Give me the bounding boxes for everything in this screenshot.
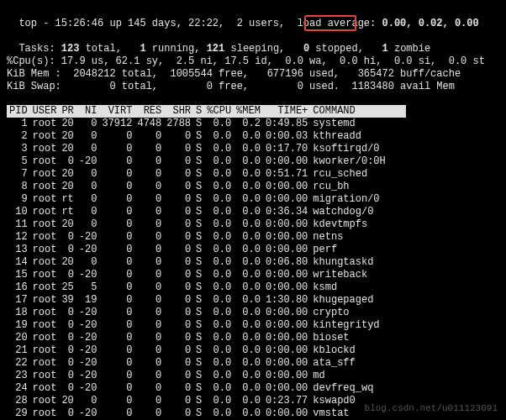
cell-pr: 0 (59, 307, 76, 319)
cell-cmd: writeback (310, 269, 406, 281)
cell-pr: 20 (59, 118, 76, 130)
cell-virt: 0 (99, 294, 134, 307)
cell-cpu: 0.0 (204, 294, 234, 307)
col-virt[interactable]: VIRT (99, 105, 134, 118)
col-cmd[interactable]: COMMAND (310, 105, 406, 118)
table-header-row[interactable]: PID USER PR NI VIRT RES SHR S %CPU %MEM … (7, 105, 406, 118)
cell-mem: 0.0 (234, 307, 263, 319)
cell-user: root (30, 193, 60, 206)
cell-res: 0 (134, 256, 164, 269)
cell-pid: 15 (7, 269, 30, 281)
col-user[interactable]: USER (30, 105, 60, 118)
cell-time: 0:00.00 (263, 307, 310, 319)
cell-virt: 0 (99, 193, 134, 206)
table-row[interactable]: 20root0-20000S0.00.00:00.00bioset (7, 332, 406, 344)
cell-pid: 2 (7, 130, 30, 143)
load-averages: 0.00, 0.02, 0.00 (382, 18, 478, 29)
col-s[interactable]: S (193, 105, 204, 118)
table-row[interactable]: 10rootrt0000S0.00.00:36.34watchdog/0 (7, 206, 406, 218)
cell-res: 0 (134, 143, 164, 155)
cell-time: 0:51.71 (263, 168, 310, 181)
cell-shr: 0 (164, 319, 193, 332)
cell-time: 0:00.00 (263, 193, 310, 206)
cell-pr: 0 (59, 344, 76, 357)
table-row[interactable]: 28root200000S0.00.00:23.77kswapd0 (7, 395, 406, 407)
cell-time: 0:00.00 (263, 244, 310, 256)
col-shr[interactable]: SHR (164, 105, 193, 118)
table-row[interactable]: 24root0-20000S0.00.00:00.00devfreq_wq (7, 382, 406, 395)
cell-shr: 0 (164, 181, 193, 193)
cell-s: S (193, 332, 204, 344)
col-cpu[interactable]: %CPU (204, 105, 234, 118)
table-row[interactable]: 19root0-20000S0.00.00:00.00kintegrityd (7, 319, 406, 332)
table-row[interactable]: 23root0-20000S0.00.00:00.00md (7, 370, 406, 382)
cell-virt: 0 (99, 269, 134, 281)
cell-virt: 0 (99, 155, 134, 168)
cell-time: 0:06.80 (263, 256, 310, 269)
cell-cpu: 0.0 (204, 155, 234, 168)
col-pr[interactable]: PR (59, 105, 76, 118)
table-row[interactable]: 2root200000S0.00.00:00.03kthreadd (7, 130, 406, 143)
cell-cpu: 0.0 (204, 281, 234, 294)
table-row[interactable]: 16root255000S0.00.00:00.00ksmd (7, 281, 406, 294)
cell-s: S (193, 395, 204, 407)
cell-mem: 0.0 (234, 357, 263, 370)
cell-ni: -20 (76, 244, 100, 256)
cell-mem: 0.2 (234, 118, 263, 130)
table-row[interactable]: 13root0-20000S0.00.00:00.00perf (7, 244, 406, 256)
table-row[interactable]: 3root200000S0.00.00:17.70ksoftirqd/0 (7, 143, 406, 155)
cell-shr: 0 (164, 155, 193, 168)
table-row[interactable]: 22root0-20000S0.00.00:00.00ata_sff (7, 357, 406, 370)
cell-pr: 20 (59, 181, 76, 193)
cell-time: 0:49.85 (263, 118, 310, 130)
table-row[interactable]: 17root3919000S0.00.01:30.80khugepaged (7, 294, 406, 307)
cell-mem: 0.0 (234, 244, 263, 256)
cell-user: root (30, 130, 60, 143)
col-mem[interactable]: %MEM (234, 105, 263, 118)
cell-shr: 0 (164, 244, 193, 256)
table-row[interactable]: 15root0-20000S0.00.00:00.00writeback (7, 269, 406, 281)
table-row[interactable]: 8root200000S0.00.00:00.00rcu_bh (7, 181, 406, 193)
process-table: PID USER PR NI VIRT RES SHR S %CPU %MEM … (7, 105, 406, 420)
col-ni[interactable]: NI (76, 105, 100, 118)
cell-user: root (30, 143, 60, 155)
col-time[interactable]: TIME+ (263, 105, 310, 118)
cell-cmd: khungtaskd (310, 256, 406, 269)
table-row[interactable]: 14root200000S0.00.00:06.80khungtaskd (7, 256, 406, 269)
cell-mem: 0.0 (234, 143, 263, 155)
col-res[interactable]: RES (134, 105, 164, 118)
table-row[interactable]: 11root200000S0.00.00:00.00kdevtmpfs (7, 218, 406, 231)
cell-user: root (30, 357, 60, 370)
cell-pid: 23 (7, 370, 30, 382)
table-row[interactable]: 7root200000S0.00.00:51.71rcu_sched (7, 168, 406, 181)
cell-time: 0:00.00 (263, 332, 310, 344)
table-row[interactable]: 5root0-20000S0.00.00:00.00kworker/0:0H (7, 155, 406, 168)
table-row[interactable]: 1root2003791247482788S0.00.20:49.85syste… (7, 118, 406, 130)
table-row[interactable]: 29root0-20000S0.00.00:00.00vmstat (7, 407, 406, 420)
cell-cmd: kblockd (310, 344, 406, 357)
table-row[interactable]: 9rootrt0000S0.00.00:00.00migration/0 (7, 193, 406, 206)
cell-user: root (30, 181, 60, 193)
cell-shr: 0 (164, 130, 193, 143)
cell-ni: 0 (76, 218, 100, 231)
cell-s: S (193, 370, 204, 382)
table-row[interactable]: 12root0-20000S0.00.00:00.00netns (7, 231, 406, 244)
table-row[interactable]: 21root0-20000S0.00.00:00.00kblockd (7, 344, 406, 357)
cell-res: 0 (134, 319, 164, 332)
cell-res: 0 (134, 218, 164, 231)
cell-pid: 14 (7, 256, 30, 269)
cell-time: 0:00.00 (263, 281, 310, 294)
cell-s: S (193, 344, 204, 357)
col-pid[interactable]: PID (7, 105, 30, 118)
cell-cpu: 0.0 (204, 244, 234, 256)
cell-res: 0 (134, 357, 164, 370)
cell-pr: 0 (59, 332, 76, 344)
cell-cmd: kintegrityd (310, 319, 406, 332)
cell-res: 4748 (134, 118, 164, 130)
cell-user: root (30, 244, 60, 256)
table-row[interactable]: 18root0-20000S0.00.00:00.00crypto (7, 307, 406, 319)
cell-pr: 20 (59, 168, 76, 181)
cell-shr: 0 (164, 143, 193, 155)
cell-cmd: devfreq_wq (310, 382, 406, 395)
cell-pid: 10 (7, 206, 30, 218)
